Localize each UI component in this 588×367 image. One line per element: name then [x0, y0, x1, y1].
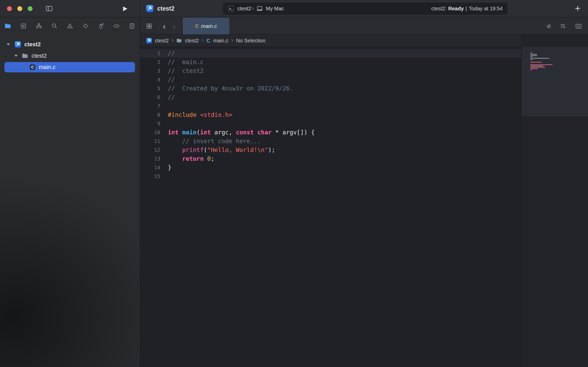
code-line[interactable]: 6// — [140, 93, 521, 102]
tree-row-project[interactable]: ctest2 — [0, 39, 140, 50]
breadcrumb-file[interactable]: main.c — [213, 38, 228, 44]
line-number[interactable]: 14 — [140, 163, 160, 172]
go-back-button[interactable]: ‹ — [161, 22, 168, 30]
breakpoint-navigator-tab[interactable] — [113, 22, 120, 29]
chevron-right-icon: › — [173, 22, 176, 30]
chevron-right-icon: › — [231, 36, 233, 44]
chevron-right-icon: › — [202, 36, 204, 44]
minimap-line — [530, 54, 537, 55]
breadcrumb-project[interactable]: ctest2 — [155, 38, 169, 44]
code-line[interactable]: 2// main.c — [140, 58, 521, 66]
c-file-icon: C — [29, 64, 36, 71]
code-line[interactable]: 7 — [140, 102, 521, 110]
line-number[interactable]: 13 — [140, 154, 160, 163]
chevron-right-icon: › — [251, 6, 254, 11]
scheme-device[interactable]: My Mac — [266, 6, 284, 12]
code-line[interactable]: 13 return 0; — [140, 154, 521, 163]
code-line[interactable]: 9 — [140, 119, 521, 128]
disclosure-triangle-icon[interactable] — [14, 55, 18, 57]
source-editor[interactable]: 1//2// main.c3// ctest24//5// Created by… — [140, 47, 521, 367]
status-state: Ready — [448, 6, 464, 12]
code-line[interactable]: 15 — [140, 172, 521, 181]
toolbar-divider — [140, 0, 140, 17]
project-tree: ctest2 ctest2 C main.c — [0, 34, 140, 72]
code-line[interactable]: 10int main(int argc, const char * argv[]… — [140, 128, 521, 137]
library-add-button[interactable]: + — [572, 3, 583, 14]
scheme-activity-view: ctest2 › My Mac ctest2: Ready | Today at… — [223, 3, 507, 15]
line-number[interactable]: 6 — [140, 93, 160, 102]
minimap-line — [530, 70, 532, 70]
code-line[interactable]: 14} — [140, 163, 521, 172]
minimap-column — [521, 35, 588, 367]
warning-triangle-icon — [67, 23, 73, 29]
line-number[interactable]: 15 — [140, 172, 160, 181]
line-number[interactable]: 3 — [140, 66, 160, 75]
line-text: // ctest2 — [168, 66, 203, 75]
code-line[interactable]: 4// — [140, 75, 521, 84]
line-number[interactable]: 11 — [140, 137, 160, 146]
code-line[interactable]: 11 // insert code here... — [140, 137, 521, 146]
debug-navigator-tab[interactable] — [97, 22, 104, 29]
minimap-line — [530, 68, 538, 69]
code-line[interactable]: 5// Created by 4nsw3r on 2022/9/26. — [140, 84, 521, 93]
tab-label: main.c — [201, 23, 217, 29]
line-number[interactable]: 8 — [140, 110, 160, 119]
line-number[interactable]: 4 — [140, 75, 160, 84]
code-line[interactable]: 8#include <stdio.h> — [140, 110, 521, 119]
window-title-area: ctest2 — [146, 5, 174, 12]
report-navigator-tab[interactable] — [129, 22, 135, 29]
spray-can-icon — [98, 23, 104, 29]
find-navigator-tab[interactable] — [51, 22, 58, 29]
minimap-line — [530, 55, 537, 56]
line-number[interactable]: 7 — [140, 102, 160, 110]
line-text: int main(int argc, const char * argv[]) … — [168, 128, 315, 137]
add-editor-button[interactable] — [575, 22, 582, 30]
related-items-button[interactable] — [146, 22, 153, 30]
xcode-project-icon — [14, 41, 21, 48]
scheme-target[interactable]: ctest2 — [237, 6, 251, 12]
svg-text:C: C — [31, 65, 34, 69]
minimize-button[interactable] — [17, 6, 22, 11]
project-navigator-tab[interactable] — [4, 22, 11, 29]
adjust-editor-options-button[interactable] — [559, 22, 566, 30]
c-file-icon: C — [195, 23, 199, 29]
tree-row-group[interactable]: ctest2 — [0, 51, 140, 61]
folder-icon — [4, 22, 11, 29]
tree-label: ctest2 — [32, 52, 47, 59]
code-line[interactable]: 1// — [140, 49, 521, 58]
run-button[interactable] — [121, 5, 129, 13]
swap-arrows-icon — [545, 23, 552, 30]
editor-tab-main-c[interactable]: C main.c — [183, 18, 230, 34]
editor-options-icon — [559, 23, 566, 30]
line-number[interactable]: 5 — [140, 84, 160, 93]
disclosure-triangle-icon[interactable] — [7, 43, 10, 45]
close-button[interactable] — [7, 6, 12, 11]
code-review-button[interactable] — [545, 22, 552, 30]
chevron-right-icon: › — [171, 36, 174, 44]
tree-row-file-selected[interactable]: C main.c — [4, 62, 135, 72]
symbol-navigator-tab[interactable] — [35, 22, 42, 29]
line-number[interactable]: 12 — [140, 146, 160, 154]
zoom-button[interactable] — [28, 6, 33, 11]
tabbar-separator — [158, 23, 159, 29]
code-line[interactable]: 3// ctest2 — [140, 66, 521, 75]
line-text: // — [168, 49, 175, 58]
go-forward-button[interactable]: › — [170, 22, 178, 30]
line-text: return 0; — [168, 154, 214, 163]
issue-navigator-tab[interactable] — [66, 22, 73, 29]
split-editor-icon — [575, 23, 582, 30]
line-number[interactable]: 2 — [140, 58, 160, 66]
minimap-content[interactable] — [530, 53, 553, 72]
status-separator: | — [466, 6, 467, 12]
code-line[interactable]: 12 printf("Hello, World!\n"); — [140, 146, 521, 154]
test-navigator-tab[interactable] — [82, 22, 89, 29]
minimap-line — [530, 57, 532, 57]
grid-icon — [146, 23, 153, 29]
line-number[interactable]: 10 — [140, 128, 160, 137]
breadcrumb-selection[interactable]: No Selection — [236, 38, 265, 44]
line-number[interactable]: 1 — [140, 49, 160, 58]
breadcrumb-group[interactable]: ctest2 — [185, 38, 199, 44]
source-control-navigator-tab[interactable] — [20, 22, 27, 29]
line-number[interactable]: 9 — [140, 119, 160, 128]
toggle-sidebar-button[interactable] — [44, 4, 54, 13]
